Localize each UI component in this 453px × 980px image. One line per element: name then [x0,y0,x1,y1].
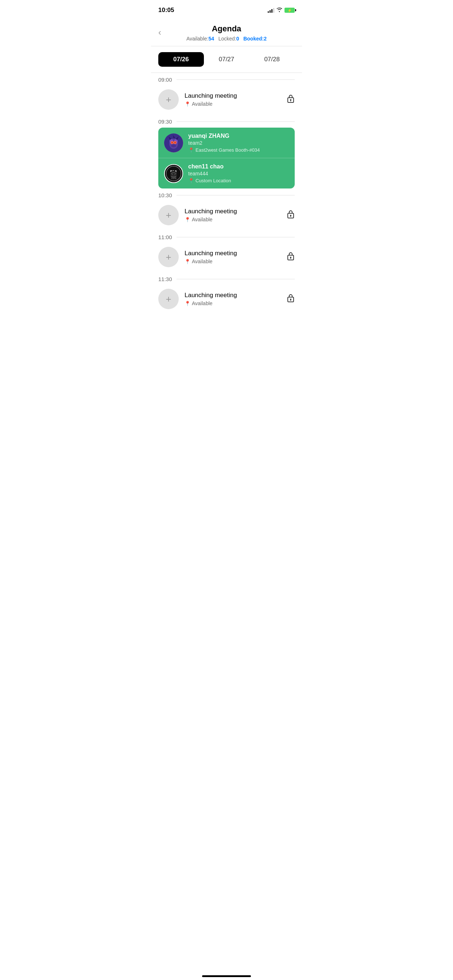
wifi-icon [276,7,282,13]
time-label-1130: 11:30 [151,272,302,285]
svg-point-19 [171,173,174,175]
booking-info-chen: chen11 chao team444 📍 Custom Location [188,163,289,183]
svg-point-20 [174,173,176,175]
lock-icon-1100 [287,251,295,263]
date-tab-0727[interactable]: 07/27 [204,52,249,67]
pin-icon-0900: 📍 [185,101,190,107]
pin-icon-1030: 📍 [185,217,190,223]
meeting-info-1030: Launching meeting 📍 Available [185,208,281,223]
available-label: Available: [187,36,208,41]
booking-team-chen: team444 [188,170,289,177]
meeting-slot-1130[interactable]: + Launching meeting 📍 Available [151,285,302,314]
meeting-info-1100: Launching meeting 📍 Available [185,250,281,264]
booked-value: 2 [264,36,266,41]
header: ‹ Agenda Available:54 Locked:0 Booked:2 [151,18,302,46]
pin-icon-yuanqi: 📍 [188,147,194,153]
date-tab-0728[interactable]: 07/28 [249,52,295,67]
back-button[interactable]: ‹ [158,27,161,38]
booking-team-yuanqi: team2 [188,140,289,146]
status-time: 10:05 [158,6,174,14]
svg-point-30 [290,299,292,300]
avatar-yuanqi [164,134,183,153]
meeting-location-0900: 📍 Available [185,101,281,107]
svg-point-27 [290,257,292,258]
svg-text:生存者: 生存者 [171,177,177,179]
avatar-chen: P.S.K 生存者 [164,164,183,183]
meeting-title-1100: Launching meeting [185,250,281,257]
add-avatar-1030[interactable]: + [158,205,179,225]
booked-label: Booked: [243,36,264,41]
meeting-location-1030: 📍 Available [185,216,281,223]
booking-name-yuanqi: yuanqi ZHANG [188,133,289,139]
meeting-info-1130: Launching meeting 📍 Available [185,292,281,306]
pin-icon-1130: 📍 [185,301,190,306]
pin-icon-1100: 📍 [185,259,190,264]
signal-icon [268,8,274,13]
add-avatar-1100[interactable]: + [158,247,179,267]
booking-location-chen: 📍 Custom Location [188,178,289,183]
booking-name-chen: chen11 chao [188,163,289,170]
date-tab-0726[interactable]: 07/26 [158,52,204,67]
booking-location-yuanqi: 📍 East2west Games Booth-#034 [188,147,289,153]
add-avatar-1130[interactable]: + [158,289,179,309]
meeting-slot-0900[interactable]: + Launching meeting 📍 Available [151,86,302,115]
locked-value: 0 [236,36,239,41]
time-label-1030: 10:30 [151,188,302,201]
meeting-title-0900: Launching meeting [185,92,281,100]
available-value: 54 [208,36,214,41]
booking-row-yuanqi[interactable]: yuanqi ZHANG team2 📍 East2west Games Boo… [158,127,295,158]
page-title: Agenda [158,24,295,33]
lock-icon-1030 [287,209,295,221]
lock-icon-0900 [287,94,295,105]
status-icons: ⚡ [268,7,295,13]
add-avatar-0900[interactable]: + [158,89,179,110]
meeting-title-1130: Launching meeting [185,292,281,299]
header-stats: Available:54 Locked:0 Booked:2 [158,36,295,41]
pin-icon-chen: 📍 [188,178,194,183]
meeting-info-0900: Launching meeting 📍 Available [185,92,281,107]
svg-point-24 [290,215,292,216]
meeting-location-1100: 📍 Available [185,258,281,264]
lock-icon-1130 [287,293,295,305]
meeting-title-1030: Launching meeting [185,208,281,215]
battery-icon: ⚡ [284,8,295,13]
time-label-1100: 11:00 [151,231,302,243]
svg-point-1 [290,99,292,100]
timeline: 09:00 + Launching meeting 📍 Available 09… [151,73,302,321]
booking-info-yuanqi: yuanqi ZHANG team2 📍 East2west Games Boo… [188,133,289,153]
svg-point-10 [174,142,176,143]
date-tabs: 07/26 07/27 07/28 [151,46,302,73]
svg-point-9 [171,142,173,143]
meeting-slot-1030[interactable]: + Launching meeting 📍 Available [151,201,302,231]
status-bar: 10:05 ⚡ [151,0,302,18]
meeting-location-1130: 📍 Available [185,301,281,306]
time-label-0930: 09:30 [151,115,302,127]
locked-label: Locked: [219,36,236,41]
booking-row-chen[interactable]: P.S.K 生存者 chen11 chao team444 📍 C [158,158,295,188]
time-label-0900: 09:00 [151,73,302,86]
meeting-slot-1100[interactable]: + Launching meeting 📍 Available [151,243,302,272]
svg-point-11 [171,145,176,147]
booking-block[interactable]: yuanqi ZHANG team2 📍 East2west Games Boo… [158,127,295,188]
